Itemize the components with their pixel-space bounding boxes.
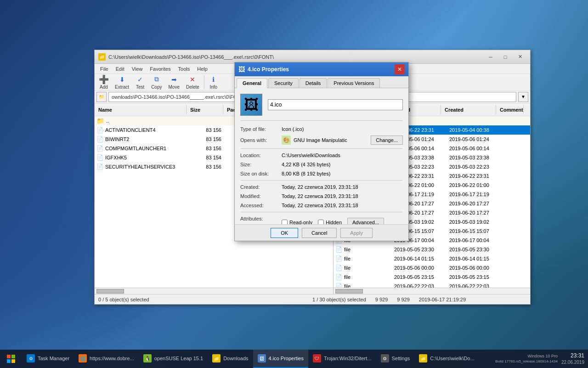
dialog-accessed-row: Accessed: Today, 22 czerwca 2019, 23:31:… <box>240 203 403 208</box>
svg-rect-1 <box>11 355 15 358</box>
properties-icon: 🖼 <box>258 354 266 362</box>
toolbar-separator <box>204 75 204 89</box>
left-file-name: 📄SECURITYHEALTHSERVICE3 <box>95 164 187 170</box>
minimize-button[interactable]: ─ <box>484 52 497 62</box>
opens-value: GNU Image Manipulatic <box>294 137 371 143</box>
dialog-title-icon: 🖼 <box>238 66 245 73</box>
right-scrollbar-h[interactable] <box>334 288 530 294</box>
left-scrollbar-h[interactable] <box>95 288 333 294</box>
file-icon: 📄 <box>96 136 103 142</box>
test-button[interactable]: ✓ Test <box>133 74 147 91</box>
menu-file[interactable]: File <box>96 65 112 73</box>
col-created-right[interactable]: Created <box>441 105 496 114</box>
address-icon-left[interactable]: 📁 <box>96 92 107 102</box>
move-button[interactable]: ➡ Move <box>165 74 182 91</box>
properties-dialog: 🖼 4.ico Properties ✕ General Security De… <box>234 62 409 241</box>
col-size-left[interactable]: Size <box>187 105 223 114</box>
hidden-checkbox[interactable] <box>318 220 324 225</box>
col-comment-right[interactable]: Comment <box>496 105 524 114</box>
dialog-type-row: Type of file: Icon (.ico) <box>240 126 403 132</box>
add-button[interactable]: ➕ Add <box>96 74 111 91</box>
modified-label: Modified: <box>240 193 282 199</box>
add-icon: ➕ <box>99 75 108 84</box>
right-file-row[interactable]: 📄file 2019-06-22 22:03 2019-06-22 22:03 <box>334 282 530 288</box>
taskmanager-icon: ⚙ <box>27 354 35 362</box>
attributes-label: Attributes: <box>240 216 282 224</box>
start-button[interactable] <box>0 350 22 368</box>
type-label: Type of file: <box>240 126 282 132</box>
file-icon: 📄 <box>96 154 103 161</box>
dialog-tabs: General Security Details Previous Versio… <box>235 76 408 88</box>
size-disk-value: 8,00 KB (8 192 bytes) <box>282 171 403 176</box>
hidden-label: Hidden <box>326 220 342 224</box>
window-controls: ─ □ ✕ <box>484 52 526 62</box>
size-value: 4,22 KB (4 326 bytes) <box>282 162 403 167</box>
opens-label: Opens with: <box>240 137 282 143</box>
location-value: C:\Users\wielk\Downloads <box>282 153 403 158</box>
separator-2 <box>240 180 403 181</box>
delete-button[interactable]: ✕ Delete <box>183 74 202 91</box>
location-label: Location: <box>240 153 282 158</box>
left-file-size: 83 156 <box>187 164 223 170</box>
tab-details[interactable]: Details <box>300 78 327 88</box>
dialog-file-header: 🖼 <box>240 94 403 121</box>
tab-security[interactable]: Security <box>268 78 299 88</box>
extract-button[interactable]: ⬇ Extract <box>112 74 132 91</box>
menu-tools[interactable]: Tools <box>175 65 194 73</box>
right-file-row[interactable]: 📄file 2019-06-14 01:15 2019-06-14 01:15 <box>334 254 530 263</box>
cancel-button[interactable]: Cancel <box>302 228 337 238</box>
hidden-check: Hidden <box>318 220 342 225</box>
dialog-modified-row: Modified: Today, 22 czerwca 2019, 23:31:… <box>240 193 403 199</box>
modified-value: Today, 22 czerwca 2019, 23:31:18 <box>282 193 403 199</box>
dialog-filename-input[interactable] <box>268 99 403 110</box>
ok-button[interactable]: OK <box>271 228 298 238</box>
maximize-button[interactable]: □ <box>499 52 512 62</box>
dialog-opens-row: Opens with: 🎨 GNU Image Manipulatic Chan… <box>240 136 403 145</box>
menu-view[interactable]: View <box>128 65 147 73</box>
dialog-title: 4.ico Properties <box>248 66 395 73</box>
right-file-row[interactable]: 📄file 2019-05-05 23:30 2019-05-05 23:30 <box>334 245 530 254</box>
advanced-button[interactable]: Advanced... <box>347 218 384 224</box>
readonly-label: Read-only <box>289 220 312 224</box>
left-file-name: 📄BIWINRT2 <box>95 136 187 142</box>
taskbar-item-taskmanager[interactable]: ⚙ Task Manager <box>22 350 74 368</box>
copy-button[interactable]: ⧉ Copy <box>148 74 164 91</box>
svg-rect-0 <box>7 355 11 358</box>
opensuse-icon: 🐧 <box>143 354 152 362</box>
winver-text: Windows 10 Pro Build 17763.rs5_release.1… <box>495 354 560 364</box>
menu-help[interactable]: Help <box>193 65 211 73</box>
taskbar-item-explorer2[interactable]: 📁 C:\Users\wielk\Do... <box>414 350 479 368</box>
left-status: 0 / 5 object(s) selected <box>98 297 312 302</box>
copy-icon: ⧉ <box>152 75 161 84</box>
gimp-icon: 🎨 <box>282 136 291 145</box>
readonly-checkbox[interactable] <box>282 220 288 225</box>
dialog-attributes-row: Attributes: Read-only Hidden Advanced... <box>240 216 403 224</box>
change-button[interactable]: Change... <box>371 136 403 145</box>
tab-previous-versions[interactable]: Previous Versions <box>328 78 380 88</box>
type-value: Icon (.ico) <box>282 126 403 132</box>
taskbar-item-trojan[interactable]: 🛡 Trojan:Win32/Ditert... <box>308 350 376 368</box>
dialog-close-button[interactable]: ✕ <box>395 64 405 74</box>
taskbar-item-browser[interactable]: 🌐 https://www.dobre... <box>74 350 139 368</box>
file-icon: 📄 <box>96 164 103 170</box>
right-status-date: 2019-06-17 21:19:29 <box>419 297 466 302</box>
tab-general[interactable]: General <box>237 78 267 88</box>
size-disk-label: Size on disk: <box>240 171 282 176</box>
taskbar-item-settings[interactable]: ⚙ Settings <box>376 350 415 368</box>
info-button[interactable]: ℹ Info <box>206 74 221 91</box>
info-icon: ℹ <box>209 75 218 84</box>
col-name-left[interactable]: Name <box>95 105 187 114</box>
created-value: Today, 22 czerwca 2019, 23:31:18 <box>282 184 403 190</box>
menu-edit[interactable]: Edit <box>112 65 128 73</box>
taskbar-item-opensuse[interactable]: 🐧 openSUSE Leap 15.1 <box>139 350 208 368</box>
right-file-row[interactable]: 📄file 2019-05-05 23:15 2019-05-05 23:15 <box>334 272 530 282</box>
right-file-row[interactable]: 📄file 2019-05-06 00:00 2019-05-06 00:00 <box>334 263 530 272</box>
explorer2-icon: 📁 <box>419 354 427 362</box>
dialog-body: 🖼 Type of file: Icon (.ico) Opens with: … <box>235 88 408 224</box>
apply-button[interactable]: Apply <box>340 228 373 238</box>
taskbar-item-properties[interactable]: 🖼 4.ico Properties <box>253 350 308 368</box>
menu-favorites[interactable]: Favorites <box>146 65 174 73</box>
close-button[interactable]: ✕ <box>514 52 526 62</box>
right-address-dropdown[interactable]: ▼ <box>518 92 528 102</box>
taskbar-item-downloads[interactable]: 📁 Downloads <box>208 350 253 368</box>
